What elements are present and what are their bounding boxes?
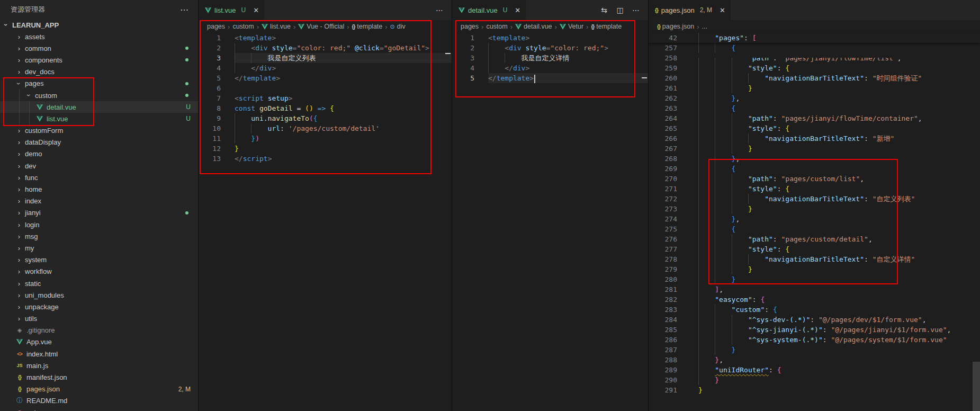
code-editor[interactable]: 1<template>2<div style="color: red;">3我是… [452, 33, 648, 83]
code-line-265[interactable]: 265"style": { [649, 123, 980, 133]
breadcrumb-item-custom[interactable]: custom [486, 23, 507, 30]
breadcrumb-item-pages.json[interactable]: {}pages.json [657, 23, 694, 30]
code-line-267[interactable]: 267} [649, 144, 980, 154]
close-icon[interactable]: ✕ [515, 6, 520, 14]
tree-item-dev_docs[interactable]: ›dev_docs [0, 66, 198, 78]
code-line-271[interactable]: 271"style": { [649, 184, 980, 194]
tree-item-home[interactable]: ›home [0, 183, 198, 195]
code-line-270[interactable]: 270"path": "pages/custom/list", [649, 174, 980, 184]
code-line-6[interactable]: 6 [199, 83, 452, 93]
tree-item-index[interactable]: ›index [0, 195, 198, 207]
code-line-261[interactable]: 261} [649, 83, 980, 93]
breadcrumb-item-detail.vue[interactable]: detail.vue [515, 23, 552, 30]
breadcrumb-item-pages[interactable]: pages [207, 23, 225, 30]
code-line-264[interactable]: 264"path": "pages/jianyi/flowTime/contai… [649, 113, 980, 123]
tree-item-pages.json[interactable]: {}pages.json2, M [0, 383, 198, 395]
code-line-7[interactable]: 7<script setup> [199, 93, 452, 103]
breadcrumb-item-...[interactable]: ... [702, 23, 707, 30]
code-line-286[interactable]: 286"^sys-system-(.*)": "@/pages/system/$… [649, 335, 980, 345]
code-line-1[interactable]: 1<template> [452, 33, 648, 43]
tree-item-workflow[interactable]: ›workflow [0, 266, 198, 278]
tree-item-pages[interactable]: ›pages [0, 78, 198, 90]
code-line-280[interactable]: 280} [649, 274, 980, 284]
tab-pages.json[interactable]: {}pages.json2, M✕ [649, 0, 731, 20]
tab-list.vue[interactable]: list.vueU✕ [199, 0, 265, 20]
code-line-10[interactable]: 10url: '/pages/custom/detail' [199, 123, 452, 133]
tree-item-utils[interactable]: ›utils [0, 313, 198, 325]
code-line-285[interactable]: 285"^sys-jianyi-(.*)": "@/pages/jianyi/$… [649, 325, 980, 335]
breadcrumb-item-template[interactable]: {}template [591, 23, 622, 30]
code-line-278[interactable]: 278"navigationBarTitleText": "自定义详情" [649, 254, 980, 264]
code-line-277[interactable]: 277"style": { [649, 244, 980, 254]
code-line-263[interactable]: 263{ [649, 103, 980, 113]
scrollbar-thumb[interactable] [973, 362, 980, 411]
tree-item-.gitignore[interactable]: ◈.gitignore [0, 325, 198, 336]
tree-item-uni.scss[interactable]: Suni.scss [0, 407, 198, 411]
code-line-274[interactable]: 274}, [649, 214, 980, 224]
code-line-257[interactable]: 257{ [649, 43, 980, 53]
code-line-279[interactable]: 279} [649, 264, 980, 274]
tree-item-demo[interactable]: ›demo [0, 148, 198, 160]
code-line-4[interactable]: 4</div> [452, 63, 648, 73]
tree-item-func[interactable]: ›func [0, 172, 198, 183]
tab-detail.vue[interactable]: detail.vueU✕ [452, 0, 526, 20]
code-line-276[interactable]: 276"path": "pages/custom/detail", [649, 234, 980, 244]
breadcrumb-item-list.vue[interactable]: list.vue [262, 23, 291, 30]
code-line-290[interactable]: 290} [649, 375, 980, 385]
tree-item-README.md[interactable]: ⓘREADME.md [0, 395, 198, 407]
tree-item-system[interactable]: ›system [0, 254, 198, 266]
tree-item-main.js[interactable]: JSmain.js [0, 360, 198, 371]
code-line-3[interactable]: 3我是自定义列表 [199, 53, 452, 63]
tree-item-common[interactable]: ›common [0, 42, 198, 54]
tree-item-list.vue[interactable]: list.vueU [0, 113, 198, 124]
tree-item-jianyi[interactable]: ›jianyi [0, 207, 198, 219]
tree-item-components[interactable]: ›components [0, 54, 198, 66]
tree-item-customForm[interactable]: ›customForm [0, 125, 198, 137]
tree-item-static[interactable]: ›static [0, 278, 198, 289]
breadcrumb-item-Vetur[interactable]: Vetur [560, 23, 583, 30]
code-line-273[interactable]: 273} [649, 204, 980, 214]
code-line-259[interactable]: 259"style": { [649, 63, 980, 73]
tree-item-msg[interactable]: ›msg [0, 230, 198, 242]
split-icon[interactable]: ◫ [613, 3, 627, 17]
code-line-9[interactable]: 9uni.navigateTo({ [199, 113, 452, 123]
code-line-283[interactable]: 283"custom": { [649, 305, 980, 315]
code-line-2[interactable]: 2<div style="color: red;" @click="goDeta… [199, 43, 452, 53]
code-line-5[interactable]: 5</template> [452, 73, 648, 83]
tree-item-detail.vue[interactable]: detail.vueU [0, 101, 198, 113]
code-line-288[interactable]: 288}, [649, 355, 980, 365]
sticky-line-42[interactable]: 42"pages": [ [649, 33, 980, 43]
code-line-260[interactable]: 260"navigationBarTitleText": "时间组件验证" [649, 73, 980, 83]
code-line-272[interactable]: 272"navigationBarTitleText": "自定义列表" [649, 194, 980, 204]
code-line-5[interactable]: 5</template> [199, 73, 452, 83]
code-line-13[interactable]: 13</script> [199, 154, 452, 164]
tree-item-my[interactable]: ›my [0, 242, 198, 254]
tree-item-login[interactable]: ›login [0, 219, 198, 230]
code-line-4[interactable]: 4</div> [199, 63, 452, 73]
code-editor[interactable]: 42"pages": [257{258"path": "pages/jianyi… [649, 33, 980, 395]
tree-item-uni_modules[interactable]: ›uni_modules [0, 289, 198, 301]
code-line-282[interactable]: 282"easycom": { [649, 294, 980, 305]
code-line-275[interactable]: 275{ [649, 224, 980, 234]
code-line-287[interactable]: 287} [649, 345, 980, 355]
code-line-281[interactable]: 281], [649, 284, 980, 294]
breadcrumb-item-pages[interactable]: pages [461, 23, 479, 30]
close-icon[interactable]: ✕ [720, 6, 725, 14]
breadcrumb-item-Vue - Official[interactable]: Vue - Official [298, 23, 344, 30]
tree-root-folder[interactable]: › LEARUN_APP [0, 19, 198, 31]
code-line-258[interactable]: 258"path": "pages/jianyi/flowTime/list", [649, 53, 980, 63]
code-line-269[interactable]: 269{ [649, 164, 980, 174]
code-line-289[interactable]: 289"uniIdRouter": { [649, 365, 980, 375]
tree-item-App.vue[interactable]: App.vue [0, 336, 198, 348]
tree-item-dataDisplay[interactable]: ›dataDisplay [0, 137, 198, 148]
code-line-268[interactable]: 268}, [649, 154, 980, 164]
more-icon[interactable]: ⋯ [433, 3, 446, 17]
code-line-2[interactable]: 2<div style="color: red;"> [452, 43, 648, 53]
code-line-1[interactable]: 1<template> [199, 33, 452, 43]
tree-item-assets[interactable]: ›assets [0, 31, 198, 42]
compare-icon[interactable]: ⇆ [597, 3, 611, 17]
tree-item-custom[interactable]: ›custom [0, 90, 198, 101]
close-icon[interactable]: ✕ [253, 6, 259, 14]
tree-item-manifest.json[interactable]: {}manifest.json [0, 371, 198, 383]
code-line-266[interactable]: 266"navigationBarTitleText": "新增" [649, 133, 980, 144]
